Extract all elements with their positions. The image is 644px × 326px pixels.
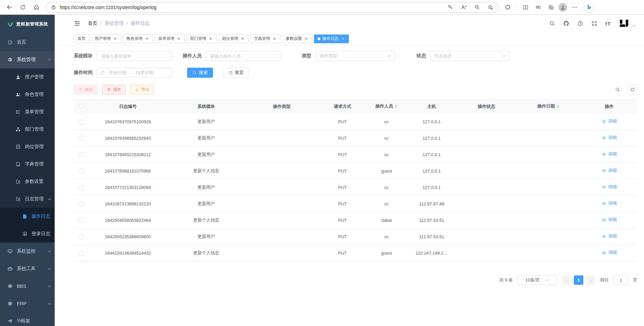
row-checkbox[interactable] — [79, 202, 84, 206]
row-checkbox[interactable] — [79, 235, 84, 239]
search-icon — [615, 87, 620, 92]
clear-button[interactable]: 清空 — [102, 85, 126, 94]
row-checkbox[interactable] — [79, 185, 84, 190]
toggle-search-button[interactable] — [612, 84, 623, 94]
detail-link[interactable]: 详细 — [601, 184, 617, 190]
tab-close-icon[interactable]: × — [113, 37, 117, 41]
tab-role-mgmt[interactable]: 角色管理× — [123, 35, 153, 43]
read-aloud-icon[interactable] — [459, 3, 469, 12]
sidebar-item-param-settings[interactable]: 参数设置 — [0, 173, 55, 190]
tab-close-icon[interactable]: × — [272, 37, 277, 41]
operator-input[interactable] — [206, 51, 281, 61]
detail-link[interactable]: 详细 — [601, 118, 617, 124]
export-button[interactable]: 导出 — [130, 85, 154, 94]
type-select[interactable]: 操作类型 — [315, 51, 395, 61]
browser-profile-button[interactable] — [558, 2, 568, 12]
address-bar[interactable] — [46, 2, 498, 13]
detail-link[interactable]: 详细 — [601, 233, 617, 239]
sidebar-group-monitor[interactable]: 系统监控 — [0, 243, 55, 260]
sidebar-group-tools[interactable]: 系统工具 — [0, 260, 55, 277]
status-select[interactable]: 日志状态 — [430, 51, 510, 61]
next-page-button[interactable]: › — [586, 275, 595, 285]
zoom-out-icon[interactable] — [472, 3, 482, 12]
collections-icon[interactable] — [545, 2, 557, 13]
password-key-icon[interactable] — [445, 3, 455, 12]
tab-close-icon[interactable]: × — [304, 37, 309, 41]
row-checkbox[interactable] — [79, 152, 84, 157]
tab-close-icon[interactable]: × — [240, 37, 245, 41]
sidebar-group-log-mgmt[interactable]: 日志管理 — [0, 190, 55, 208]
browser-menu-button[interactable] — [569, 2, 581, 13]
tab-close-icon[interactable]: × — [208, 37, 213, 41]
goto-page-input[interactable] — [613, 275, 628, 285]
sidebar-item-dept-mgmt[interactable]: 部门管理 — [0, 121, 55, 138]
sidebar-item-menu-mgmt[interactable]: 菜单管理 — [0, 103, 55, 121]
detail-link[interactable]: 详细 — [601, 250, 617, 256]
reset-button[interactable]: 重置 — [223, 68, 249, 78]
tab-operlog-active[interactable]: 操作日志× — [314, 35, 349, 43]
detail-link[interactable]: 详细 — [601, 151, 617, 157]
date-range-picker[interactable]: 开始日期 - 结束日期 — [97, 68, 172, 78]
prev-page-button[interactable]: ‹ — [562, 275, 571, 285]
tab-user-mgmt[interactable]: 用户管理× — [91, 35, 121, 43]
tab-home[interactable]: 首页 — [74, 35, 89, 43]
detail-link[interactable]: 详细 — [601, 200, 617, 206]
font-size-icon[interactable]: tT — [605, 21, 611, 26]
sidebar-group-bbs[interactable]: BBS — [0, 277, 55, 295]
current-page-button[interactable]: 1 — [574, 275, 583, 285]
sidebar-item-post-mgmt[interactable]: 岗位管理 — [0, 138, 55, 155]
sidebar-group-system[interactable]: 系统管理 — [0, 51, 55, 68]
page-size-select[interactable]: 10条/页 — [518, 275, 557, 285]
sidebar-item-loginlog[interactable]: 登录日志 — [0, 225, 55, 243]
favorites-bar-icon[interactable] — [532, 2, 544, 13]
sort-caret-icon[interactable] — [395, 104, 397, 110]
row-checkbox[interactable] — [79, 218, 84, 223]
header-search-icon[interactable] — [549, 20, 555, 26]
url-input[interactable] — [60, 5, 442, 10]
user-logo-avatar[interactable] — [619, 19, 629, 28]
row-checkbox[interactable] — [79, 169, 84, 174]
github-icon[interactable] — [563, 20, 569, 26]
tab-close-icon[interactable]: × — [145, 37, 149, 41]
col-op-date-sortable[interactable]: 操作日期 — [516, 100, 581, 114]
split-screen-icon[interactable] — [520, 2, 532, 13]
breadcrumb-home[interactable]: 首页 — [88, 20, 97, 26]
search-button[interactable]: 搜索 — [187, 68, 213, 78]
tab-param-settings[interactable]: 参数设置× — [282, 35, 312, 43]
sidebar-item-dict-mgmt[interactable]: 字典管理 — [0, 155, 55, 173]
refresh-table-button[interactable] — [627, 84, 637, 94]
tab-menu-mgmt[interactable]: 菜单管理× — [155, 35, 185, 43]
sidebar-item-role-mgmt[interactable]: 角色管理 — [0, 86, 55, 103]
sidebar-item-user-mgmt[interactable]: 用户管理 — [0, 68, 55, 86]
fullscreen-icon[interactable] — [591, 20, 597, 26]
module-input[interactable] — [97, 51, 172, 61]
browser-back-button[interactable] — [3, 2, 15, 13]
breadcrumb-system[interactable]: 系统管理 — [105, 20, 123, 26]
tab-close-icon[interactable]: × — [176, 37, 181, 41]
col-operator-sortable[interactable]: 操作人员 — [367, 100, 407, 114]
sidebar-fold-icon[interactable] — [74, 20, 80, 27]
tab-dict-mgmt[interactable]: 字典管理× — [250, 35, 280, 43]
tab-post-mgmt[interactable]: 岗位管理× — [218, 35, 249, 43]
browser-home-button[interactable] — [30, 2, 42, 13]
favorite-star-icon[interactable] — [485, 3, 495, 12]
sidebar-item-home[interactable]: 首页 — [0, 34, 55, 51]
detail-link[interactable]: 详细 — [601, 168, 617, 174]
extensions-icon[interactable] — [502, 2, 514, 13]
browser-refresh-button[interactable] — [17, 2, 29, 13]
row-checkbox[interactable] — [79, 136, 84, 141]
help-icon[interactable] — [577, 20, 583, 26]
row-checkbox[interactable] — [79, 120, 84, 124]
sidebar-item-yi-framework[interactable]: Yi框架 — [0, 312, 55, 326]
detail-link[interactable]: 详细 — [601, 135, 617, 141]
date-end-placeholder: 结束日期 — [136, 70, 153, 76]
tab-close-icon[interactable]: × — [340, 37, 345, 41]
sidebar-group-erp[interactable]: ERP — [0, 295, 55, 312]
tab-dept-mgmt[interactable]: 部门管理× — [186, 35, 217, 43]
bing-chat-icon[interactable] — [584, 2, 594, 12]
sort-caret-icon[interactable] — [557, 104, 559, 110]
sidebar-item-operlog[interactable]: 操作日志 — [0, 208, 55, 225]
select-all-checkbox[interactable] — [79, 104, 84, 109]
detail-link[interactable]: 详细 — [601, 217, 617, 223]
row-checkbox[interactable] — [79, 251, 84, 256]
